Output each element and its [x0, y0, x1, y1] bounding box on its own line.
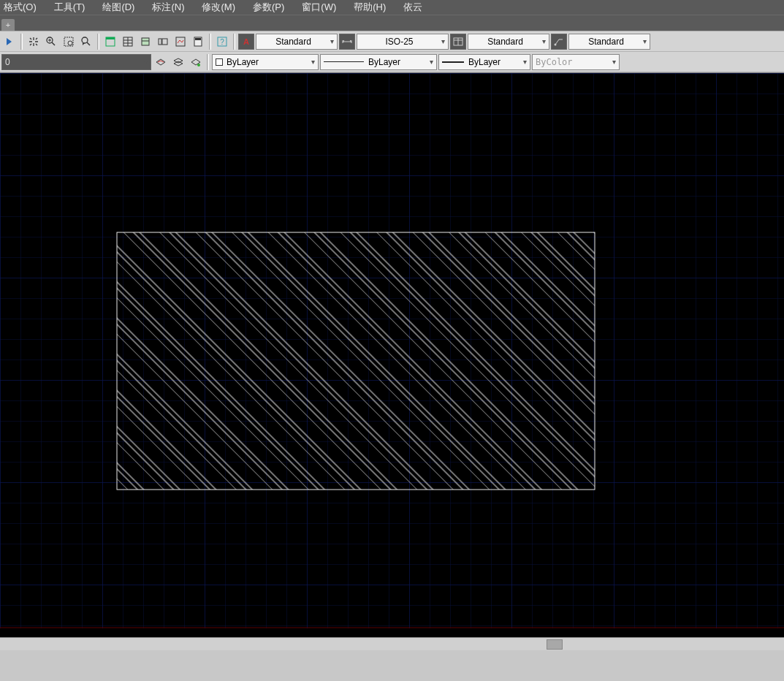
- toolbar-separator: [97, 34, 99, 50]
- menu-bar: 格式(O) 工具(T) 绘图(D) 标注(N) 修改(M) 参数(P) 窗口(W…: [0, 0, 784, 15]
- horizontal-scrollbar[interactable]: [0, 637, 784, 650]
- plotstyle-label: ByColor: [536, 57, 609, 67]
- svg-rect-15: [159, 39, 161, 45]
- svg-text:A: A: [243, 37, 249, 46]
- menu-kayun[interactable]: 依云: [403, 1, 422, 14]
- color-dropdown[interactable]: ByLayer ▾: [212, 54, 319, 70]
- text-style-label: Standard: [259, 37, 327, 47]
- properties-icon[interactable]: [102, 34, 118, 50]
- layer-isolate-icon[interactable]: [188, 54, 204, 70]
- sheetset-icon[interactable]: [120, 34, 136, 50]
- mleader-style-label: Standard: [572, 37, 640, 47]
- help-icon[interactable]: ?: [214, 34, 230, 50]
- svg-point-27: [555, 43, 557, 45]
- layer-dropdown[interactable]: 0 ▾: [1, 54, 151, 70]
- color-swatch-icon: [216, 58, 223, 66]
- lineweight-dropdown[interactable]: ByLayer ▾: [438, 54, 530, 70]
- menu-param[interactable]: 参数(P): [253, 1, 284, 14]
- chevron-down-icon: ▾: [427, 58, 433, 66]
- mleader-style-icon[interactable]: [551, 34, 567, 50]
- layer-states-icon[interactable]: [170, 54, 186, 70]
- toolbar-separator: [209, 34, 211, 50]
- hscroll-thumb[interactable]: [547, 639, 563, 650]
- svg-point-5: [68, 41, 72, 45]
- svg-text:?: ?: [220, 38, 224, 46]
- toolbar-separator: [233, 34, 235, 50]
- color-label: ByLayer: [227, 57, 308, 67]
- toolbar-row-1: ? A Standard ▾ ISO-25 ▾ Standard ▾ Sta: [0, 31, 784, 52]
- plotstyle-dropdown[interactable]: ByColor ▾: [532, 54, 620, 70]
- svg-rect-17: [176, 37, 185, 46]
- linetype-preview-icon: [324, 61, 364, 62]
- status-area: [0, 650, 784, 681]
- menu-help[interactable]: 帮助(H): [354, 1, 386, 14]
- svg-rect-13: [142, 38, 149, 45]
- toolbar-row-2: 0 ▾ ByLayer ▾ ByLayer ▾ ByLayer ▾: [0, 52, 784, 72]
- zoom-window-icon[interactable]: [61, 34, 77, 50]
- svg-point-28: [197, 64, 200, 66]
- svg-rect-8: [106, 37, 115, 39]
- linetype-label: ByLayer: [368, 57, 427, 67]
- dim-style-icon[interactable]: [339, 34, 355, 50]
- menu-tools[interactable]: 工具(T): [54, 1, 85, 14]
- chevron-down-icon: ▾: [520, 58, 527, 66]
- chevron-down-icon: ▾: [609, 58, 616, 66]
- chevron-down-icon: ▾: [308, 58, 315, 66]
- lineweight-label: ByLayer: [468, 57, 520, 67]
- svg-rect-16: [162, 39, 167, 45]
- design-center-icon[interactable]: [155, 34, 171, 50]
- toolbar-separator: [20, 34, 23, 50]
- menu-format[interactable]: 格式(O): [4, 1, 37, 14]
- drawing-canvas[interactable]: [0, 73, 784, 637]
- menu-dim[interactable]: 标注(N): [152, 1, 184, 14]
- dim-style-dropdown[interactable]: ISO-25 ▾: [357, 34, 449, 50]
- markup-icon[interactable]: [172, 34, 189, 50]
- layer-label: 0: [5, 57, 141, 67]
- table-style-dropdown[interactable]: Standard ▾: [468, 34, 549, 50]
- svg-rect-19: [195, 38, 201, 40]
- layer-previous-icon[interactable]: [153, 54, 169, 70]
- chevron-down-icon: ▾: [438, 37, 445, 45]
- linetype-dropdown[interactable]: ByLayer ▾: [320, 54, 437, 70]
- table-style-icon[interactable]: [450, 34, 466, 50]
- dim-style-label: ISO-25: [360, 37, 438, 47]
- hatch-rectangle[interactable]: [117, 232, 595, 490]
- menu-window[interactable]: 窗口(W): [302, 1, 336, 14]
- tool-palettes-icon[interactable]: [137, 34, 153, 50]
- chevron-down-icon: ▾: [141, 58, 148, 66]
- new-tab-button[interactable]: +: [1, 19, 15, 31]
- pan-icon[interactable]: [26, 34, 42, 50]
- chevron-down-icon: ▾: [640, 37, 647, 45]
- canvas-svg: [0, 73, 784, 637]
- zoom-previous-icon[interactable]: [78, 34, 94, 50]
- text-style-dropdown[interactable]: Standard ▾: [256, 34, 338, 50]
- menu-modify[interactable]: 修改(M): [202, 1, 235, 14]
- flyout-arrow-button[interactable]: [1, 34, 18, 50]
- chevron-down-icon: ▾: [327, 37, 334, 45]
- svg-point-6: [82, 37, 88, 43]
- zoom-realtime-icon[interactable]: [43, 34, 59, 50]
- toolbar-separator: [207, 54, 209, 70]
- menu-draw[interactable]: 绘图(D): [102, 1, 134, 14]
- lineweight-preview-icon: [442, 61, 464, 63]
- table-style-label: Standard: [471, 37, 539, 47]
- text-style-a-icon[interactable]: A: [238, 34, 254, 50]
- toolbars: ? A Standard ▾ ISO-25 ▾ Standard ▾ Sta: [0, 31, 784, 73]
- file-tab-bar: +: [0, 15, 784, 31]
- chevron-down-icon: ▾: [539, 37, 546, 45]
- mleader-style-dropdown[interactable]: Standard ▾: [568, 34, 650, 50]
- quickcalc-icon[interactable]: [190, 34, 206, 50]
- svg-line-1: [52, 42, 55, 45]
